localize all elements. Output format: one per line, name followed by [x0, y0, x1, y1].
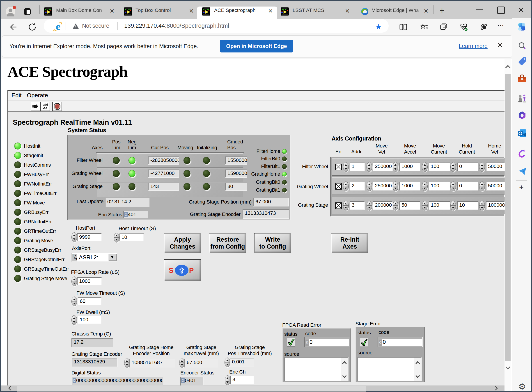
svg-text:I: I [73, 254, 73, 257]
svg-text:O: O [75, 257, 77, 261]
